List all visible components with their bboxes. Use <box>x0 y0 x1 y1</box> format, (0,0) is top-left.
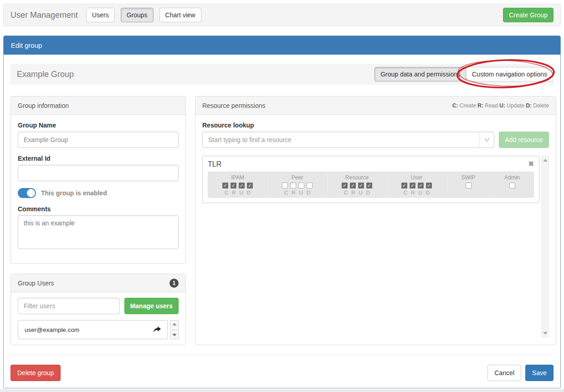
u-user-checkbox[interactable]: ✓ <box>418 183 424 188</box>
delete-group-button[interactable]: Delete group <box>10 365 61 381</box>
nav-tab-users[interactable]: Users <box>86 8 115 22</box>
go-to-user-icon[interactable] <box>153 326 161 333</box>
op-letter: C <box>404 190 407 195</box>
op-letter: R <box>351 190 355 195</box>
resource-permissions-body: Resource lookup Add resource <box>195 115 556 345</box>
resource-list: TLR✖IPAM✓✓✓✓CRUDPeerCRUDResource✓✓✓✓CRUD… <box>202 156 539 338</box>
d-resource-checkbox[interactable]: ✓ <box>366 183 372 188</box>
user-list-scrollbar[interactable] <box>170 320 179 339</box>
top-nav-tabs: UsersGroupsChart view <box>86 8 201 22</box>
nav-tab-groups[interactable]: Groups <box>121 8 154 22</box>
d-ipam-checkbox[interactable]: ✓ <box>247 183 253 188</box>
scrollbar-divider <box>172 330 177 330</box>
swip-checkbox[interactable] <box>466 183 472 188</box>
chevron-down-icon[interactable] <box>479 132 494 148</box>
permission-category-label: User <box>387 174 446 181</box>
nav-tab-chart-view[interactable]: Chart view <box>159 8 201 22</box>
resource-permissions-panel: Resource permissions C: Create R: Read U… <box>195 96 556 345</box>
edit-group-heading: Edit group <box>4 36 560 55</box>
permission-category-label: Admin <box>491 174 533 181</box>
permission-strip: IPAM✓✓✓✓CRUDPeerCRUDResource✓✓✓✓CRUDUser… <box>208 172 534 198</box>
op-letter: D <box>366 190 370 195</box>
comments-textarea[interactable]: this is an example <box>18 215 179 249</box>
c-ipam-checkbox[interactable]: ✓ <box>222 183 228 188</box>
resource-lookup-input[interactable] <box>203 136 479 143</box>
permission-cell-ipam: IPAM✓✓✓✓CRUD <box>208 172 267 198</box>
op-letter: C <box>344 190 348 195</box>
group-information-body: Group Name External Id This group is ena… <box>11 115 185 257</box>
resource-permissions-title: Resource permissions <box>202 102 266 109</box>
c-user-checkbox[interactable]: ✓ <box>401 183 407 188</box>
resource-name: TLR <box>208 160 221 168</box>
r-resource-checkbox[interactable]: ✓ <box>350 183 356 188</box>
resource-scroll-area: TLR✖IPAM✓✓✓✓CRUDPeerCRUDResource✓✓✓✓CRUD… <box>202 156 549 338</box>
permission-cell-peer: PeerCRUD <box>267 172 327 198</box>
op-letter: R <box>411 190 415 195</box>
resource-lookup-label: Resource lookup <box>202 122 549 129</box>
resource-lookup-combobox[interactable] <box>202 132 494 148</box>
op-letter: U <box>359 190 363 195</box>
page-title: User Management <box>10 10 78 20</box>
permission-cell-resource: Resource✓✓✓✓CRUD <box>327 172 387 198</box>
op-letter: U <box>299 190 303 195</box>
op-letter: C <box>284 190 288 195</box>
c-peer-checkbox[interactable] <box>282 183 288 188</box>
top-bar: User Management UsersGroupsChart view Cr… <box>3 4 561 26</box>
edit-group-panel: Edit group Example Group Group data and … <box>3 36 561 388</box>
op-letter: U <box>240 190 243 195</box>
r-peer-checkbox[interactable] <box>290 183 296 188</box>
edit-group-body: Example Group Group data and permissions… <box>4 55 560 388</box>
permission-cell-swip: SWIP <box>446 172 490 198</box>
group-users-body: Manage users user@example.com <box>11 292 185 345</box>
close-icon[interactable]: ✖ <box>528 160 534 167</box>
tab-group-data-and-permissions[interactable]: Group data and permissions <box>374 67 467 81</box>
footer-divider <box>10 355 554 355</box>
u-resource-checkbox[interactable]: ✓ <box>358 183 364 188</box>
r-ipam-checkbox[interactable]: ✓ <box>231 183 236 188</box>
scroll-down-icon[interactable] <box>172 334 177 336</box>
external-id-input[interactable] <box>18 165 179 181</box>
group-title: Example Group <box>17 70 74 79</box>
left-column: Group information Group Name External Id <box>10 96 186 345</box>
scroll-down-icon[interactable] <box>543 332 548 335</box>
op-letter: U <box>419 190 422 195</box>
filter-users-input[interactable] <box>18 298 120 314</box>
toggle-knob <box>27 189 35 197</box>
op-letter: D <box>247 190 251 195</box>
group-name-input[interactable] <box>18 132 179 148</box>
admin-checkbox[interactable] <box>509 183 515 188</box>
op-letter: D <box>307 190 310 195</box>
group-information-title: Group information <box>18 102 69 109</box>
op-letter: D <box>426 190 430 195</box>
content-columns: Group information Group Name External Id <box>10 96 554 345</box>
u-peer-checkbox[interactable] <box>298 183 304 188</box>
add-resource-button[interactable]: Add resource <box>499 132 549 148</box>
group-information-heading: Group information <box>11 97 185 115</box>
group-section-header: Example Group Group data and permissions… <box>10 64 554 85</box>
resource-permissions-heading: Resource permissions C: Create R: Read U… <box>195 97 556 115</box>
permission-category-label: Resource <box>328 174 386 181</box>
group-users-heading: Group Users 1 <box>11 274 185 292</box>
c-resource-checkbox[interactable]: ✓ <box>342 183 348 188</box>
create-group-button[interactable]: Create Group <box>503 8 554 22</box>
group-name-label: Group Name <box>18 122 179 129</box>
scroll-up-icon[interactable] <box>172 323 177 326</box>
enabled-toggle-row: This group is enabled <box>18 188 179 198</box>
group-enabled-toggle[interactable] <box>18 188 36 198</box>
user-list: user@example.com <box>18 320 168 339</box>
u-ipam-checkbox[interactable]: ✓ <box>239 183 245 188</box>
cancel-button[interactable]: Cancel <box>487 365 521 381</box>
r-user-checkbox[interactable]: ✓ <box>410 183 415 188</box>
manage-users-button[interactable]: Manage users <box>124 298 179 314</box>
group-information-panel: Group information Group Name External Id <box>10 96 186 264</box>
view-switcher: Group data and permissionsCustom navigat… <box>374 67 553 81</box>
op-letter: C <box>225 190 228 195</box>
group-users-count-badge: 1 <box>169 279 179 288</box>
d-peer-checkbox[interactable] <box>307 183 313 188</box>
permission-category-label: SWIP <box>447 174 490 181</box>
scroll-up-icon[interactable] <box>543 159 548 162</box>
save-button[interactable]: Save <box>525 365 554 381</box>
d-user-checkbox[interactable]: ✓ <box>426 183 432 188</box>
tab-custom-navigation-options[interactable]: Custom navigation options <box>466 67 553 81</box>
resource-list-scrollbar[interactable] <box>541 156 549 338</box>
